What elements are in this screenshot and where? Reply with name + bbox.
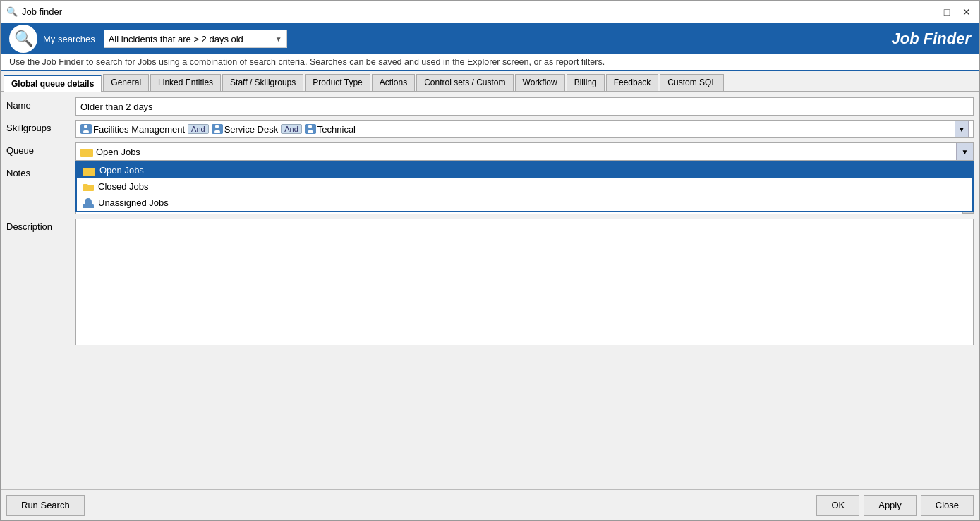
footer: Run Search OK Apply Close (1, 489, 979, 520)
description-bar: Use the Job Finder to search for Jobs us… (1, 54, 979, 71)
ok-button[interactable]: OK (816, 495, 859, 516)
closed-jobs-folder-icon (83, 182, 94, 191)
window: 🔍 Job finder — □ ✕ 🔍 My searches All inc… (0, 0, 980, 521)
queue-field: Open Jobs ▼ Open Jobs Closed Jobs (75, 142, 974, 161)
searches-dropdown[interactable]: All incidents that are > 2 days old ▼ (104, 30, 287, 48)
queue-folder-open-icon (80, 147, 93, 157)
tab-staff-skillgroups[interactable]: Staff / Skillgroups (222, 74, 303, 91)
skill-name-facilities: Facilities Management (93, 124, 185, 135)
queue-option-closed-jobs[interactable]: Closed Jobs (77, 178, 972, 195)
close-button[interactable]: ✕ (960, 5, 974, 19)
name-input[interactable] (75, 97, 974, 116)
header-bar: 🔍 My searches All incidents that are > 2… (1, 23, 979, 54)
app-search-icon: 🔍 (9, 25, 37, 53)
window-title: Job finder (22, 6, 62, 17)
queue-row: Queue Open Jobs ▼ Open Jobs (6, 142, 974, 161)
skillgroups-dropdown-arrow-icon[interactable]: ▼ (955, 121, 969, 137)
open-jobs-label: Open Jobs (99, 165, 144, 176)
closed-jobs-label: Closed Jobs (98, 181, 149, 192)
skill-icon-servicedesk (212, 124, 223, 134)
queue-display-content: Open Jobs (80, 147, 956, 157)
and-badge-1: And (188, 124, 209, 134)
skillgroups-label: Skillgroups (6, 120, 70, 133)
and-badge-2: And (281, 124, 302, 134)
description-field-container (75, 219, 974, 345)
queue-container: Open Jobs ▼ Open Jobs Closed Jobs (75, 142, 974, 161)
description-row: Description (6, 219, 974, 484)
maximize-button[interactable]: □ (940, 5, 954, 19)
skill-icon-facilities (80, 124, 92, 134)
tab-billing[interactable]: Billing (567, 74, 605, 91)
skill-icon-technical (305, 124, 316, 134)
close-button[interactable]: Close (921, 495, 974, 516)
queue-selected-text: Open Jobs (96, 147, 140, 157)
queue-dropdown-list: Open Jobs Closed Jobs Unassigned Jobs (75, 161, 974, 212)
tab-control-sets-custom[interactable]: Control sets / Custom (416, 74, 513, 91)
tab-global-queue-details[interactable]: Global queue details (4, 75, 102, 92)
skill-chip-servicedesk: Service Desk (212, 124, 279, 135)
skill-name-technical: Technical (317, 124, 356, 135)
queue-option-open-jobs[interactable]: Open Jobs (77, 162, 972, 178)
open-jobs-folder-icon (83, 166, 95, 176)
tab-product-type[interactable]: Product Type (305, 74, 370, 91)
tabs-bar: Global queue details General Linked Enti… (1, 71, 979, 92)
skillgroups-content: Facilities Management And Service Desk A… (80, 124, 955, 135)
footer-right: OK Apply Close (816, 495, 974, 516)
footer-left: Run Search (6, 495, 85, 516)
name-label: Name (6, 97, 70, 111)
unassigned-jobs-person-icon (83, 198, 94, 208)
title-bar-left: 🔍 Job finder (6, 6, 62, 18)
skill-name-servicedesk: Service Desk (224, 124, 279, 135)
my-searches-label: My searches (43, 34, 95, 44)
unassigned-jobs-label: Unassigned Jobs (98, 197, 169, 208)
name-field (75, 97, 974, 116)
queue-dropdown-arrow-icon[interactable]: ▼ (956, 143, 973, 160)
window-icon: 🔍 (6, 6, 18, 18)
tab-feedback[interactable]: Feedback (606, 74, 659, 91)
skillgroups-display[interactable]: Facilities Management And Service Desk A… (75, 120, 974, 138)
searches-dropdown-arrow-icon: ▼ (275, 35, 282, 43)
skill-chip-technical: Technical (305, 124, 356, 135)
tab-linked-entities[interactable]: Linked Entities (150, 74, 221, 91)
selected-search-text: All incidents that are > 2 days old (109, 34, 271, 44)
skill-chip-facilities: Facilities Management (80, 124, 185, 135)
description-field[interactable] (75, 219, 974, 345)
title-bar-controls: — □ ✕ (920, 5, 974, 19)
description-label: Description (6, 219, 70, 232)
name-row: Name (6, 97, 974, 116)
skillgroups-row: Skillgroups Facilities Management And Se… (6, 120, 974, 138)
apply-button[interactable]: Apply (864, 495, 917, 516)
title-bar: 🔍 Job finder — □ ✕ (1, 1, 979, 23)
queue-label: Queue (6, 142, 70, 156)
header-left: 🔍 My searches All incidents that are > 2… (9, 25, 287, 53)
description-text: Use the Job Finder to search for Jobs us… (9, 57, 605, 67)
queue-display[interactable]: Open Jobs ▼ (75, 142, 974, 161)
queue-option-unassigned-jobs[interactable]: Unassigned Jobs (77, 195, 972, 211)
run-search-button[interactable]: Run Search (6, 495, 85, 516)
tab-general[interactable]: General (103, 74, 149, 91)
app-title: Job Finder (892, 30, 971, 48)
tab-actions[interactable]: Actions (372, 74, 415, 91)
minimize-button[interactable]: — (920, 5, 934, 19)
skillgroups-field: Facilities Management And Service Desk A… (75, 120, 974, 138)
tab-custom-sql[interactable]: Custom SQL (660, 74, 724, 91)
content-area: Name Skillgroups Facilities Management A… (1, 92, 979, 489)
tab-workflow[interactable]: Workflow (515, 74, 565, 91)
notes-label: Notes (6, 165, 70, 178)
